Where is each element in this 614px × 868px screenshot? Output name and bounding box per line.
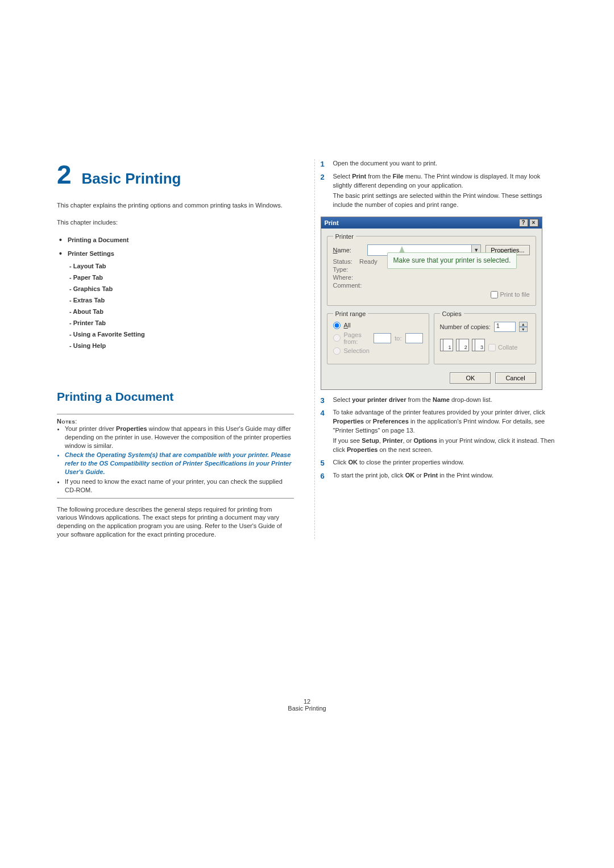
- copies-legend: Copies: [440, 310, 464, 317]
- steps-list-cont: 3 Select your printer driver from the Na…: [321, 396, 558, 482]
- toc-list: Printing a Document Printer Settings: [57, 235, 294, 258]
- where-label: Where:: [333, 274, 530, 281]
- step-num: 4: [321, 408, 327, 456]
- collate-checkbox: [488, 344, 496, 351]
- notes-bottom-rule: [57, 498, 294, 499]
- radio-pages-row: Pages from: to:: [333, 331, 423, 345]
- note-2-compatibility: Check the Operating System(s) that are c…: [65, 451, 294, 476]
- step-num: 6: [321, 471, 327, 482]
- notes-list: Your printer driver Properties window th…: [57, 425, 294, 495]
- printer-fieldset: Printer Name: ▼ Properties... Make sure: [327, 233, 536, 306]
- toc-sublist: - Layout Tab - Paper Tab - Graphics Tab …: [57, 263, 294, 349]
- step-num: 5: [321, 458, 327, 469]
- toc-item-printer-settings[interactable]: Printer Settings: [59, 249, 294, 258]
- toc-sub-favorite[interactable]: - Using a Favorite Setting: [69, 331, 294, 338]
- collate-pages-icon: 1 1 2 2 3 3: [440, 339, 483, 351]
- footer-section: Basic Printing: [57, 705, 557, 712]
- notes-label-row: Notes:: [57, 418, 294, 425]
- radio-selection: [333, 347, 341, 355]
- name-label: Name:: [333, 247, 363, 254]
- ok-button[interactable]: OK: [450, 372, 491, 384]
- step-body: Select Print from the File menu. The Pri…: [333, 172, 558, 211]
- printer-callout: Make sure that your printer is selected.: [387, 252, 517, 269]
- radio-all[interactable]: [333, 322, 341, 329]
- print-to-file-row: Print to file: [333, 291, 530, 298]
- callout-arrow-icon: [399, 246, 405, 253]
- cancel-button[interactable]: Cancel: [495, 372, 536, 384]
- intro-paragraph-2: This chapter includes:: [57, 218, 294, 227]
- printer-legend: Printer: [333, 233, 356, 240]
- note-3: If you need to know the exact name of yo…: [65, 477, 294, 495]
- toc-sub-about[interactable]: - About Tab: [69, 308, 294, 315]
- radio-pages: [333, 334, 341, 342]
- num-copies-input[interactable]: 1: [494, 322, 516, 332]
- toc-sub-paper[interactable]: - Paper Tab: [69, 274, 294, 281]
- page-number: 12: [57, 698, 557, 705]
- num-copies-label: Number of copies:: [440, 323, 491, 330]
- help-title-button[interactable]: ?: [519, 219, 528, 227]
- right-column: 1 Open the document you want to print. 2…: [314, 159, 558, 539]
- toc-sub-graphics[interactable]: - Graphics Tab: [69, 285, 294, 292]
- step-4: 4 To take advantage of the printer featu…: [321, 408, 558, 456]
- chapter-header: 2 Basic Printing: [57, 159, 294, 190]
- dialog-body: Printer Name: ▼ Properties... Make sure: [321, 229, 542, 389]
- print-dialog-container: Print ? × Printer Name: ▼: [321, 217, 558, 390]
- step-num: 3: [321, 396, 327, 406]
- toc-item-printing-doc[interactable]: Printing a Document: [59, 235, 294, 244]
- status-value: Ready: [359, 258, 377, 265]
- toc-sub-layout[interactable]: - Layout Tab: [69, 263, 294, 269]
- notes-label: Notes: [57, 418, 75, 425]
- chapter-title: Basic Printing: [82, 170, 181, 188]
- radio-all-row: All: [333, 322, 423, 329]
- copies-fieldset: Copies Number of copies: 1 ▲ ▼: [434, 310, 536, 364]
- collate-row: 1 1 2 2 3 3: [440, 334, 530, 351]
- step-num: 2: [321, 172, 327, 211]
- step-num: 1: [321, 159, 327, 170]
- dialog-titlebar[interactable]: Print ? ×: [321, 217, 542, 229]
- toc-sub-extras[interactable]: - Extras Tab: [69, 297, 294, 304]
- spinner-down-icon[interactable]: ▼: [519, 327, 528, 332]
- comment-label: Comment:: [333, 282, 530, 289]
- print-range-legend: Print range: [333, 310, 368, 317]
- dialog-button-row: OK Cancel: [327, 372, 536, 384]
- step-6: 6 To start the print job, click OK or Pr…: [321, 471, 558, 482]
- step-body: Open the document you want to print.: [333, 159, 558, 170]
- body-paragraph: The following procedure describes the ge…: [57, 505, 294, 539]
- page-footer: 12 Basic Printing: [57, 698, 557, 712]
- toc-sub-help[interactable]: - Using Help: [69, 342, 294, 349]
- spinner-up-icon[interactable]: ▲: [519, 322, 528, 327]
- chapter-number: 2: [57, 159, 72, 190]
- steps-list: 1 Open the document you want to print. 2…: [321, 159, 558, 211]
- range-copies-row: Print range All Pages from: to:: [327, 310, 536, 369]
- print-range-fieldset: Print range All Pages from: to:: [327, 310, 429, 364]
- step-2: 2 Select Print from the File menu. The P…: [321, 172, 558, 211]
- step-3: 3 Select your printer driver from the Na…: [321, 396, 558, 406]
- pages-to-input: [405, 333, 423, 343]
- left-column: 2 Basic Printing This chapter explains t…: [57, 159, 294, 539]
- copies-spinner[interactable]: ▲ ▼: [519, 322, 528, 332]
- intro-paragraph-1: This chapter explains the printing optio…: [57, 201, 294, 210]
- note-1: Your printer driver Properties window th…: [65, 425, 294, 450]
- num-copies-row: Number of copies: 1 ▲ ▼: [440, 322, 530, 332]
- print-dialog: Print ? × Printer Name: ▼: [321, 217, 542, 390]
- step-1: 1 Open the document you want to print.: [321, 159, 558, 170]
- notes-top-rule: [57, 414, 294, 414]
- step-5: 5 Click OK to close the printer properti…: [321, 458, 558, 469]
- radio-selection-row: Selection: [333, 347, 423, 355]
- print-to-file-checkbox[interactable]: [491, 291, 498, 298]
- pages-from-input: [374, 333, 391, 343]
- close-title-button[interactable]: ×: [529, 219, 538, 227]
- title-controls: ? ×: [519, 219, 538, 227]
- section-heading: Printing a Document: [57, 390, 294, 404]
- toc-sub-printer[interactable]: - Printer Tab: [69, 319, 294, 326]
- dialog-title: Print: [325, 219, 339, 226]
- status-label: Status:: [333, 258, 352, 265]
